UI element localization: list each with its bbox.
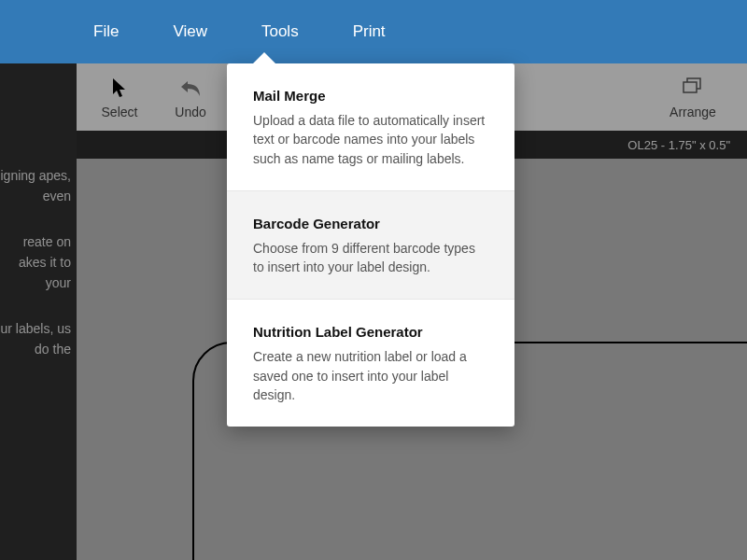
menu-print[interactable]: Print <box>353 22 386 41</box>
tools-item-mail-merge[interactable]: Mail Merge Upload a data file to automat… <box>227 63 514 190</box>
tools-item-desc: Upload a data file to automatically inse… <box>253 111 488 168</box>
tools-item-title: Barcode Generator <box>253 216 488 231</box>
menu-view[interactable]: View <box>173 22 207 41</box>
dropdown-pointer-icon <box>253 52 275 63</box>
tools-item-title: Mail Merge <box>253 88 488 104</box>
menu-file[interactable]: File <box>93 22 119 41</box>
tools-item-desc: Choose from 9 different barcode types to… <box>253 239 488 277</box>
menu-tools[interactable]: Tools <box>261 22 299 41</box>
tools-item-nutrition-label[interactable]: Nutrition Label Generator Create a new n… <box>227 299 514 427</box>
tools-dropdown: Mail Merge Upload a data file to automat… <box>227 63 514 427</box>
tools-item-title: Nutrition Label Generator <box>253 324 488 340</box>
tools-item-desc: Create a new nutrition label or load a s… <box>253 347 488 404</box>
tools-item-barcode-generator[interactable]: Barcode Generator Choose from 9 differen… <box>227 190 514 300</box>
menubar: File View Tools Print <box>0 0 747 63</box>
